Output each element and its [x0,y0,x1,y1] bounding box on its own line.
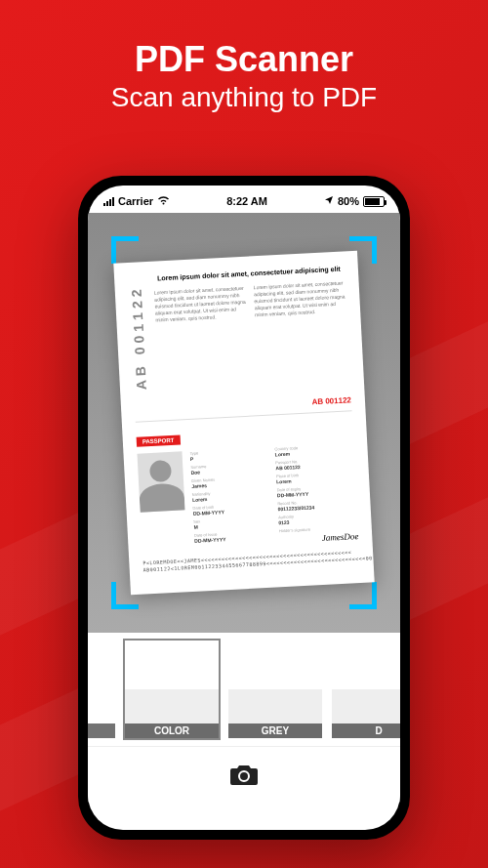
filter-strip[interactable]: TE COLOR GREY D [88,633,400,746]
passport-mrz: P<LOREMDOE<<JAMES<<<<<<<<<<<<<<<<<<<<<<<… [142,549,359,574]
location-icon [324,195,334,207]
camera-bar [88,746,400,803]
filter-option-color[interactable]: COLOR [123,639,221,740]
wifi-icon [157,195,170,207]
filter-label: GREY [228,723,322,738]
hero-subtitle: Scan anything to PDF [0,82,488,113]
filter-label: COLOR [125,723,219,738]
passport-signature: JamesDoe [279,531,358,545]
scanned-document: AB 001122 Lorem ipsum dolor sit amet, co… [113,251,374,596]
passport-code: AB 001122 [311,395,351,406]
camera-button[interactable] [224,760,264,791]
status-bar: Carrier 8:22 AM 80% [88,186,400,213]
passport-top-title: Lorem ipsum dolor sit amet, consectetuer… [153,265,345,281]
status-time: 8:22 AM [226,195,267,207]
hero-banner: PDF Scanner Scan anything to PDF [0,0,488,113]
filter-option[interactable]: TE [88,639,117,740]
filter-option[interactable]: D [330,639,400,740]
passport-lorem-col2: Lorem ipsum dolor sit amet, consectetuer… [254,279,347,318]
crop-corner-tl[interactable] [111,236,139,264]
filter-label: D [332,723,400,738]
camera-icon [229,764,259,787]
signal-icon [103,197,114,206]
filter-label: TE [88,723,115,738]
passport-photo [138,451,185,512]
scan-viewport[interactable]: AB 001122 Lorem ipsum dolor sit amet, co… [88,213,400,633]
battery-percent: 80% [338,195,359,207]
hero-title: PDF Scanner [0,39,488,80]
passport-side-code: AB 001122 [129,285,150,391]
crop-corner-br[interactable] [349,582,377,609]
passport-badge: PASSPORT [137,434,181,446]
battery-icon [363,196,385,207]
phone-screen: Carrier 8:22 AM 80% AB 001122 Lorem ipsu… [88,186,400,830]
phone-frame: Carrier 8:22 AM 80% AB 001122 Lorem ipsu… [78,176,410,840]
carrier-label: Carrier [118,195,153,207]
passport-lorem-col1: Lorem ipsum dolor sit amet, consectetuer… [154,285,248,324]
filter-option-grey[interactable]: GREY [226,639,324,740]
